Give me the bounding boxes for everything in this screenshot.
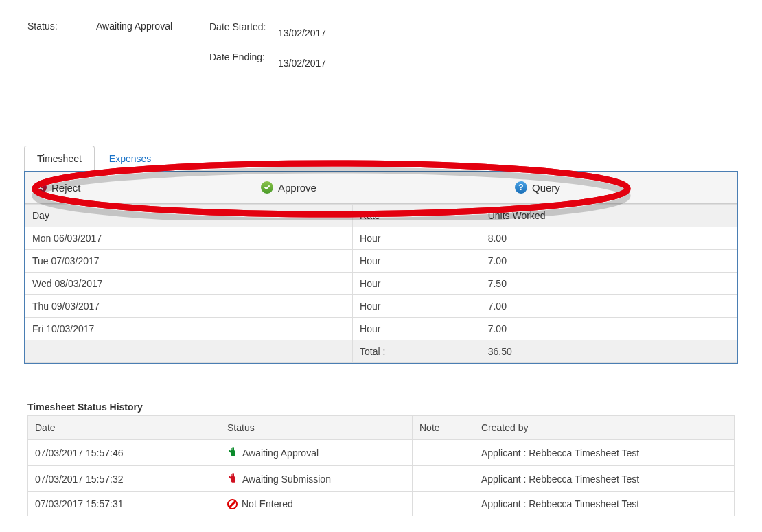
- cell-units: 7.50: [481, 273, 737, 295]
- query-icon: ?: [515, 181, 527, 194]
- reject-button[interactable]: Reject: [25, 172, 251, 203]
- approve-button[interactable]: Approve: [251, 172, 505, 203]
- reject-label: Reject: [51, 182, 81, 194]
- reject-icon: [34, 181, 47, 194]
- status-value: Awaiting Approval: [96, 21, 209, 32]
- table-row: Wed 08/03/2017Hour7.50: [25, 273, 737, 295]
- history-row: 07/03/2017 15:57:31Not EnteredApplicant …: [28, 492, 735, 516]
- cell-rate: Hour: [353, 250, 481, 273]
- hist-col-status: Status: [220, 416, 413, 440]
- cell-rate: Hour: [353, 273, 481, 295]
- cell-day: Wed 08/03/2017: [25, 273, 353, 295]
- table-row: Thu 09/03/2017Hour7.00: [25, 295, 737, 318]
- date-started-label: Date Started:: [209, 21, 278, 33]
- history-row: 07/03/2017 15:57:46Awaiting ApprovalAppl…: [28, 440, 735, 466]
- timesheet-table: Day Rate Units Worked Mon 06/03/2017Hour…: [25, 204, 737, 363]
- cell-units: 8.00: [481, 227, 737, 250]
- hist-cell-by: Applicant : Rebbecca Timesheet Test: [474, 492, 735, 516]
- cell-rate: Hour: [353, 227, 481, 250]
- cell-units: 7.00: [481, 318, 737, 340]
- tab-expenses[interactable]: Expenses: [96, 146, 164, 171]
- cell-units: 7.00: [481, 250, 737, 273]
- table-header-row: Day Rate Units Worked: [25, 205, 737, 227]
- history-header-row: Date Status Note Created by: [28, 416, 735, 440]
- cell-rate: Hour: [353, 295, 481, 318]
- header-info-row-2: Date Ending: 13/02/2017: [14, 51, 748, 69]
- status-label: Status:: [27, 21, 96, 32]
- cell-day: Fri 10/03/2017: [25, 318, 353, 340]
- hist-status-text: Awaiting Approval: [242, 448, 319, 459]
- cell-rate: Hour: [353, 318, 481, 340]
- hist-cell-status: Awaiting Submission: [220, 466, 413, 492]
- approve-icon: [261, 181, 273, 194]
- col-units-header: Units Worked: [481, 205, 737, 227]
- hist-status-text: Awaiting Submission: [242, 474, 331, 485]
- hist-cell-date: 07/03/2017 15:57:31: [28, 492, 220, 516]
- total-label: Total :: [353, 340, 481, 363]
- table-row: Fri 10/03/2017Hour7.00: [25, 318, 737, 340]
- hist-cell-status: Not Entered: [220, 492, 413, 516]
- hist-col-note: Note: [413, 416, 474, 440]
- total-value: 36.50: [481, 340, 737, 363]
- action-row: Reject Approve ? Query: [25, 172, 737, 204]
- cell-units: 7.00: [481, 295, 737, 318]
- cell-day: Mon 06/03/2017: [25, 227, 353, 250]
- cell-day: Thu 09/03/2017: [25, 295, 353, 318]
- table-row: Tue 07/03/2017Hour7.00: [25, 250, 737, 273]
- table-row: Mon 06/03/2017Hour8.00: [25, 227, 737, 250]
- not-entered-icon: [227, 499, 238, 509]
- hist-cell-by: Applicant : Rebbecca Timesheet Test: [474, 466, 735, 492]
- header-info-row-1: Status: Awaiting Approval Date Started: …: [14, 21, 748, 38]
- query-label: Query: [532, 182, 560, 194]
- history-table: Date Status Note Created by 07/03/2017 1…: [27, 415, 735, 516]
- query-button[interactable]: ? Query: [505, 172, 567, 203]
- hist-cell-note: [413, 492, 474, 516]
- tab-bar: Timesheet Expenses: [14, 146, 748, 171]
- hist-col-by: Created by: [474, 416, 735, 440]
- hist-cell-note: [413, 466, 474, 492]
- hand-green-icon: [227, 446, 238, 459]
- date-started-value: 13/02/2017: [278, 21, 360, 38]
- hist-cell-date: 07/03/2017 15:57:32: [28, 466, 220, 492]
- col-rate-header: Rate: [353, 205, 481, 227]
- cell-day: Tue 07/03/2017: [25, 250, 353, 273]
- hist-status-text: Not Entered: [242, 498, 293, 509]
- col-day-header: Day: [25, 205, 353, 227]
- hist-col-date: Date: [28, 416, 220, 440]
- tab-timesheet[interactable]: Timesheet: [24, 146, 95, 171]
- hist-cell-date: 07/03/2017 15:57:46: [28, 440, 220, 466]
- hist-cell-status: Awaiting Approval: [220, 440, 413, 466]
- total-row: Total : 36.50: [25, 340, 737, 363]
- history-row: 07/03/2017 15:57:32Awaiting SubmissionAp…: [28, 466, 735, 492]
- date-ending-label: Date Ending:: [209, 51, 278, 63]
- timesheet-panel: Reject Approve ? Query: [24, 171, 738, 364]
- date-ending-value: 13/02/2017: [278, 51, 360, 69]
- hand-red-icon: [227, 472, 238, 485]
- hist-cell-by: Applicant : Rebbecca Timesheet Test: [474, 440, 735, 466]
- history-title: Timesheet Status History: [27, 402, 735, 413]
- approve-label: Approve: [278, 182, 316, 194]
- hist-cell-note: [413, 440, 474, 466]
